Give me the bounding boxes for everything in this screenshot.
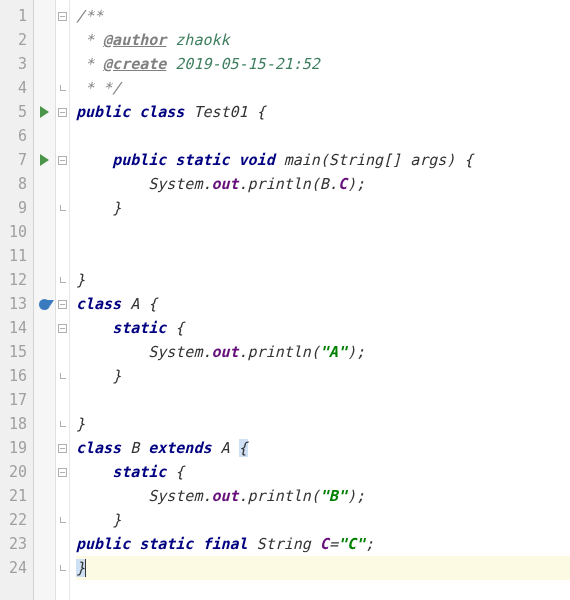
fold-end-icon xyxy=(56,268,69,292)
javadoc-create-tag: @create xyxy=(103,55,166,73)
fold-end-icon xyxy=(56,556,69,580)
run-class-icon[interactable] xyxy=(34,100,55,124)
fold-toggle-icon[interactable] xyxy=(56,4,69,28)
selected-brace: } xyxy=(76,559,85,577)
code-line[interactable]: * @create 2019-05-15-21:52 xyxy=(76,52,570,76)
line-number[interactable]: 24 xyxy=(0,556,27,580)
fold-toggle-icon[interactable] xyxy=(56,460,69,484)
fold-toggle-icon[interactable] xyxy=(56,148,69,172)
code-line[interactable]: } xyxy=(76,412,570,436)
line-number[interactable]: 22 xyxy=(0,508,27,532)
line-number[interactable]: 1 xyxy=(0,4,27,28)
fold-end-icon xyxy=(56,196,69,220)
line-number[interactable]: 3 xyxy=(0,52,27,76)
code-line[interactable]: System.out.println("A"); xyxy=(76,340,570,364)
code-line[interactable]: } xyxy=(76,364,570,388)
code-line[interactable]: /** xyxy=(76,4,570,28)
code-line[interactable] xyxy=(76,244,570,268)
line-number[interactable]: 10 xyxy=(0,220,27,244)
fold-toggle-icon[interactable] xyxy=(56,436,69,460)
gutter-icons xyxy=(34,0,56,600)
line-number[interactable]: 15 xyxy=(0,340,27,364)
code-line[interactable]: public static final String C="C"; xyxy=(76,532,570,556)
code-line[interactable]: public class Test01 { xyxy=(76,100,570,124)
code-line-current[interactable]: } xyxy=(76,556,570,580)
fold-end-icon xyxy=(56,76,69,100)
folding-gutter xyxy=(56,0,70,600)
line-number[interactable]: 19 xyxy=(0,436,27,460)
line-number[interactable]: 7 xyxy=(0,148,27,172)
line-number[interactable]: 4 xyxy=(0,76,27,100)
line-number[interactable]: 21 xyxy=(0,484,27,508)
code-area[interactable]: /** * @author zhaokk * @create 2019-05-1… xyxy=(70,0,570,600)
line-number[interactable]: 12 xyxy=(0,268,27,292)
javadoc-author-tag: @author xyxy=(103,31,166,49)
line-number[interactable]: 23 xyxy=(0,532,27,556)
code-line[interactable] xyxy=(76,388,570,412)
code-editor[interactable]: 1 2 3 4 5 6 7 8 9 10 11 12 13 14 15 16 1… xyxy=(0,0,570,600)
fold-end-icon xyxy=(56,412,69,436)
line-number-gutter: 1 2 3 4 5 6 7 8 9 10 11 12 13 14 15 16 1… xyxy=(0,0,34,600)
line-number[interactable]: 6 xyxy=(0,124,27,148)
line-number[interactable]: 17 xyxy=(0,388,27,412)
line-number[interactable]: 16 xyxy=(0,364,27,388)
javadoc-author-value: zhaokk xyxy=(166,31,229,49)
code-line[interactable]: } xyxy=(76,508,570,532)
javadoc-create-value: 2019-05-15-21:52 xyxy=(166,55,320,73)
code-line[interactable]: public static void main(String[] args) { xyxy=(76,148,570,172)
code-line[interactable]: class B extends A { xyxy=(76,436,570,460)
code-line[interactable]: * */ xyxy=(76,76,570,100)
breakpoint-icon[interactable] xyxy=(34,292,55,316)
line-number[interactable]: 5 xyxy=(0,100,27,124)
code-line[interactable] xyxy=(76,124,570,148)
line-number[interactable]: 8 xyxy=(0,172,27,196)
fold-toggle-icon[interactable] xyxy=(56,292,69,316)
line-number[interactable]: 9 xyxy=(0,196,27,220)
run-main-icon[interactable] xyxy=(34,148,55,172)
code-line[interactable]: } xyxy=(76,196,570,220)
code-line[interactable]: System.out.println("B"); xyxy=(76,484,570,508)
code-line[interactable]: } xyxy=(76,268,570,292)
code-line[interactable]: class A { xyxy=(76,292,570,316)
caret-icon xyxy=(85,559,86,577)
fold-toggle-icon[interactable] xyxy=(56,316,69,340)
line-number[interactable]: 2 xyxy=(0,28,27,52)
code-line[interactable]: System.out.println(B.C); xyxy=(76,172,570,196)
javadoc-open: /** xyxy=(76,7,103,25)
code-line[interactable]: * @author zhaokk xyxy=(76,28,570,52)
line-number[interactable]: 11 xyxy=(0,244,27,268)
selected-brace: { xyxy=(239,439,248,457)
line-number[interactable]: 13 xyxy=(0,292,27,316)
code-line[interactable]: static { xyxy=(76,460,570,484)
javadoc-close: */ xyxy=(103,79,121,97)
code-line[interactable]: static { xyxy=(76,316,570,340)
line-number[interactable]: 18 xyxy=(0,412,27,436)
fold-end-icon xyxy=(56,364,69,388)
line-number[interactable]: 20 xyxy=(0,460,27,484)
fold-toggle-icon[interactable] xyxy=(56,100,69,124)
fold-end-icon xyxy=(56,508,69,532)
code-line[interactable] xyxy=(76,220,570,244)
line-number[interactable]: 14 xyxy=(0,316,27,340)
